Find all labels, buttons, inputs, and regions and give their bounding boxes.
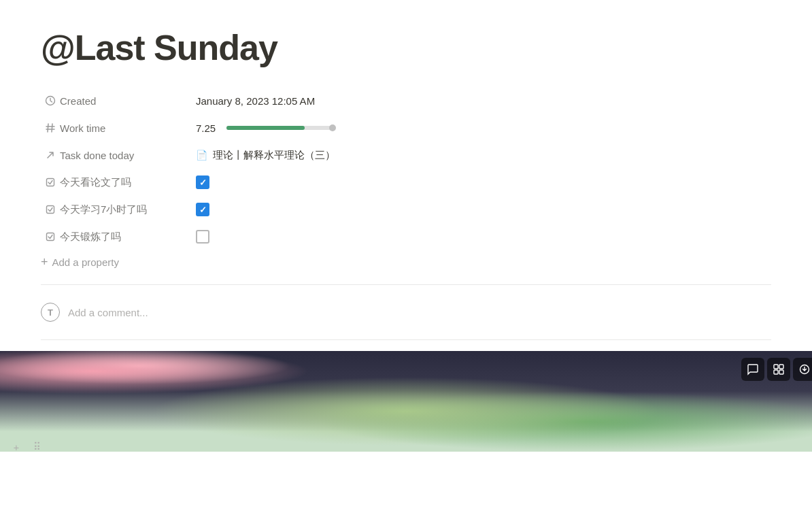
image-download-button[interactable] bbox=[793, 358, 812, 381]
created-value: January 8, 2023 12:05 AM bbox=[196, 95, 315, 107]
read-paper-label: 今天看论文了吗 bbox=[60, 176, 196, 189]
properties-divider bbox=[41, 284, 771, 285]
svg-line-1 bbox=[48, 124, 48, 132]
clock-icon bbox=[41, 95, 60, 106]
svg-rect-8 bbox=[774, 365, 778, 369]
progress-bar-wrapper[interactable] bbox=[226, 126, 335, 130]
svg-rect-5 bbox=[47, 179, 54, 186]
worktime-value: 7.25 bbox=[196, 122, 335, 134]
worktime-property-row: Work time 7.25 bbox=[41, 114, 771, 141]
comment-divider bbox=[41, 339, 771, 340]
exercise-property-row: 今天锻炼了吗 bbox=[41, 223, 771, 250]
comment-placeholder[interactable]: Add a comment... bbox=[68, 307, 148, 318]
task-done-today-value: 📄 理论丨解释水平理论（三） bbox=[196, 149, 335, 162]
study-7h-checkbox[interactable] bbox=[196, 203, 209, 216]
add-property-plus-icon: + bbox=[41, 256, 48, 268]
food-image bbox=[0, 351, 812, 452]
task-done-today-text[interactable]: 理论丨解释水平理论（三） bbox=[213, 149, 335, 162]
user-avatar: T bbox=[41, 303, 60, 322]
exercise-label: 今天锻炼了吗 bbox=[60, 231, 196, 244]
add-property-label: Add a property bbox=[52, 256, 119, 268]
created-label: Created bbox=[60, 95, 196, 107]
study-7h-property-row: 今天学习7小时了吗 bbox=[41, 196, 771, 223]
exercise-checkbox[interactable] bbox=[196, 230, 209, 244]
properties-section: Created January 8, 2023 12:05 AM Work ti… bbox=[41, 87, 771, 273]
svg-line-2 bbox=[52, 124, 52, 132]
study-7h-label: 今天学习7小时了吗 bbox=[60, 203, 196, 216]
svg-rect-11 bbox=[779, 370, 783, 374]
task-page-icon: 📄 bbox=[196, 150, 207, 161]
arrow-diagonal-icon bbox=[41, 150, 60, 161]
drag-handle-button[interactable]: ⠿ bbox=[29, 439, 45, 455]
created-property-row: Created January 8, 2023 12:05 AM bbox=[41, 87, 771, 114]
study-7h-checkbox-icon bbox=[41, 204, 60, 215]
page-title[interactable]: @Last Sunday bbox=[41, 27, 771, 68]
svg-rect-6 bbox=[47, 206, 54, 214]
study-7h-value bbox=[196, 203, 209, 216]
worktime-number: 7.25 bbox=[196, 122, 220, 134]
left-gutter: + ⠿ bbox=[8, 439, 45, 455]
comment-row: T Add a comment... bbox=[41, 296, 771, 329]
svg-rect-7 bbox=[47, 233, 54, 241]
add-property-row[interactable]: + Add a property bbox=[41, 250, 771, 273]
svg-rect-10 bbox=[774, 370, 778, 374]
image-overlay-controls: ··· bbox=[741, 358, 812, 381]
exercise-checkbox-icon bbox=[41, 231, 60, 242]
read-paper-property-row: 今天看论文了吗 bbox=[41, 169, 771, 196]
image-layout-button[interactable] bbox=[767, 358, 790, 381]
task-done-today-property-row: Task done today 📄 理论丨解释水平理论（三） bbox=[41, 141, 771, 169]
add-block-button[interactable]: + bbox=[8, 439, 24, 455]
page-container: @Last Sunday Created January 8, 2023 12:… bbox=[0, 0, 812, 340]
read-paper-checkbox-icon bbox=[41, 177, 60, 188]
read-paper-checkbox[interactable] bbox=[196, 175, 209, 189]
worktime-label: Work time bbox=[60, 122, 196, 134]
read-paper-value bbox=[196, 175, 209, 189]
svg-rect-9 bbox=[779, 365, 783, 369]
hash-icon bbox=[41, 122, 60, 133]
progress-bar-thumb bbox=[329, 124, 336, 131]
image-comment-button[interactable] bbox=[741, 358, 764, 381]
task-done-today-label: Task done today bbox=[60, 150, 196, 161]
exercise-value bbox=[196, 230, 209, 244]
progress-bar-fill bbox=[226, 126, 305, 130]
image-block: ··· bbox=[0, 351, 812, 452]
